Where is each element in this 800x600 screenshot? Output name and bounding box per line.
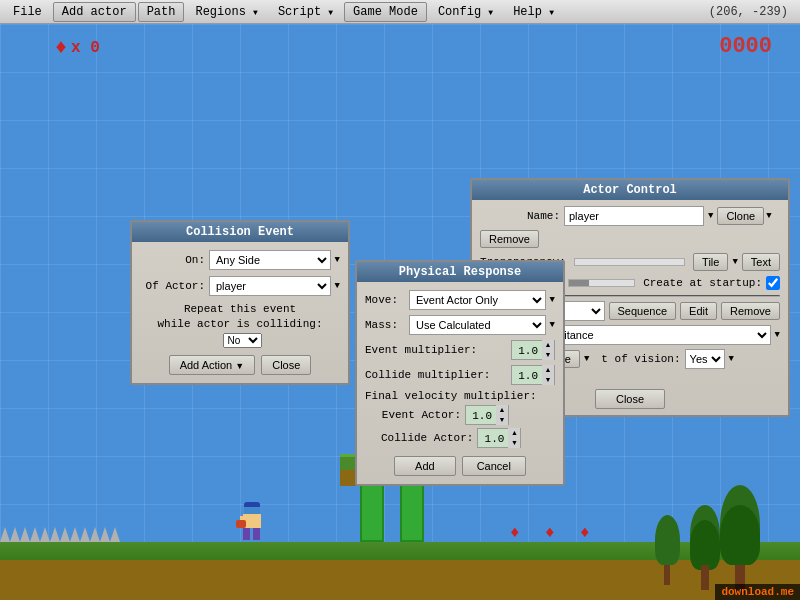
edit-button[interactable]: Edit [680, 302, 717, 320]
menu-path[interactable]: Path [138, 2, 185, 22]
collision-panel: Collision Event On: Any Side ▼ Of Actor:… [130, 220, 350, 385]
move-arrow-icon: ▼ [550, 295, 555, 305]
event-mult-value: 1.0 [512, 341, 542, 359]
physical-response-panel: Physical Response Move: Event Actor Only… [355, 260, 565, 486]
on-select[interactable]: Any Side [209, 250, 331, 270]
text-button[interactable]: Text [742, 253, 780, 271]
collide-actor-spinner: 1.0 ▲ ▼ [477, 428, 521, 448]
remove-button[interactable]: Remove [480, 230, 539, 248]
of-actor-select[interactable]: player [209, 276, 331, 296]
create-checkbox[interactable] [766, 276, 780, 290]
event-actor-label: Event Actor: [381, 409, 461, 421]
score-x-label: x 0 [71, 39, 100, 57]
on-label: On: [140, 254, 205, 266]
phys-panel-title: Physical Response [357, 262, 563, 282]
menubar: File Add actor Path Regions ▼ Script ▼ G… [0, 0, 800, 24]
ground-dirt [0, 560, 800, 600]
move-select[interactable]: Event Actor Only [409, 290, 546, 310]
gem-2: ♦ [545, 524, 555, 542]
close-actor-button[interactable]: Close [595, 389, 665, 409]
tree-3 [655, 515, 680, 565]
menu-game-mode[interactable]: Game Mode [344, 2, 427, 22]
remove3-arrow-icon: ▼ [584, 354, 589, 364]
tree-2 [720, 485, 760, 565]
config-arrow-icon: ▼ [488, 8, 493, 17]
event-mult-spinner: 1.0 ▲ ▼ [511, 340, 555, 360]
watermark-prefix: do [721, 586, 734, 598]
name-arrow-icon: ▼ [708, 211, 713, 221]
collide-actor-down-btn[interactable]: ▼ [508, 438, 520, 448]
event-actor-spinner: 1.0 ▲ ▼ [465, 405, 509, 425]
mass-label: Mass: [365, 319, 405, 331]
pipe-left [360, 482, 384, 542]
collide-actor-up-btn[interactable]: ▲ [508, 428, 520, 438]
create-label: Create at startup: [643, 277, 762, 289]
score-count: 0000 [719, 34, 772, 59]
mass-select[interactable]: Use Calculated [409, 315, 546, 335]
add-action-arrow-icon: ▼ [235, 361, 244, 371]
menu-script[interactable]: Script ▼ [269, 2, 342, 22]
of-actor-arrow-icon: ▼ [335, 281, 340, 291]
add-action-button[interactable]: Add Action ▼ [169, 355, 256, 375]
script-arrow-icon: ▼ [328, 8, 333, 17]
player-character [240, 502, 264, 542]
collide-mult-up-btn[interactable]: ▲ [542, 365, 554, 375]
event-actor-up-btn[interactable]: ▲ [496, 405, 508, 415]
collide-mult-label: Collide multiplier: [365, 369, 507, 381]
tile-button[interactable]: Tile [693, 253, 728, 271]
event-actor-down-btn[interactable]: ▼ [496, 415, 508, 425]
menu-help[interactable]: Help ▼ [504, 2, 563, 22]
of-actor-label: Of Actor: [140, 280, 205, 292]
inheritance-arrow-icon: ▼ [775, 330, 780, 340]
actor-panel-title: Actor Control [472, 180, 788, 200]
name-label: Name: [480, 210, 560, 222]
watermark: download.me [715, 584, 800, 600]
repeat-text: Repeat this event while actor is collidi… [140, 302, 340, 349]
menu-config[interactable]: Config ▼ [429, 2, 502, 22]
tree-1 [690, 505, 720, 565]
help-arrow-icon: ▼ [549, 8, 554, 17]
spikes [0, 527, 120, 542]
while-select[interactable]: No Yes [223, 333, 262, 348]
collide-mult-down-btn[interactable]: ▼ [542, 375, 554, 385]
menu-file[interactable]: File [4, 2, 51, 22]
on-arrow-icon: ▼ [335, 255, 340, 265]
add-button[interactable]: Add [394, 456, 456, 476]
collide-mult-value: 1.0 [512, 366, 542, 384]
mass-arrow-icon: ▼ [550, 320, 555, 330]
vision-select[interactable]: Yes [685, 349, 725, 369]
regions-arrow-icon: ▼ [253, 8, 258, 17]
gem-1: ♦ [510, 524, 520, 542]
cancel-button[interactable]: Cancel [462, 456, 526, 476]
event-mult-down-btn[interactable]: ▼ [542, 350, 554, 360]
event-actor-value: 1.0 [466, 406, 496, 424]
clone-button[interactable]: Clone [717, 207, 764, 225]
vision-arrow-icon: ▼ [729, 354, 734, 364]
name-input[interactable] [564, 206, 704, 226]
vision-label: t of vision: [601, 353, 680, 365]
clone-arrow-icon: ▼ [766, 211, 771, 221]
menu-add-actor[interactable]: Add actor [53, 2, 136, 22]
score-gem-icon: ♦ [55, 36, 67, 59]
collide-mult-spinner: 1.0 ▲ ▼ [511, 365, 555, 385]
gem-3: ♦ [580, 524, 590, 542]
watermark-brand: wnload [735, 586, 775, 598]
coords-display: (206, -239) [701, 5, 796, 19]
final-vel-label: Final velocity multiplier: [365, 390, 555, 402]
watermark-suffix: .me [774, 586, 794, 598]
collision-panel-title: Collision Event [132, 222, 348, 242]
event-mult-up-btn[interactable]: ▲ [542, 340, 554, 350]
event-mult-label: Event multiplier: [365, 344, 507, 356]
tile-arrow-icon: ▼ [732, 257, 737, 267]
ground-top [0, 542, 800, 560]
sequence-button[interactable]: Sequence [609, 302, 677, 320]
collide-actor-value: 1.0 [478, 429, 508, 447]
move-label: Move: [365, 294, 405, 306]
collide-actor-label: Collide Actor: [381, 432, 473, 444]
score-area: ♦ x 0 [55, 36, 100, 59]
close-collision-button[interactable]: Close [261, 355, 311, 375]
menu-regions[interactable]: Regions ▼ [186, 2, 266, 22]
remove2-button[interactable]: Remove [721, 302, 780, 320]
